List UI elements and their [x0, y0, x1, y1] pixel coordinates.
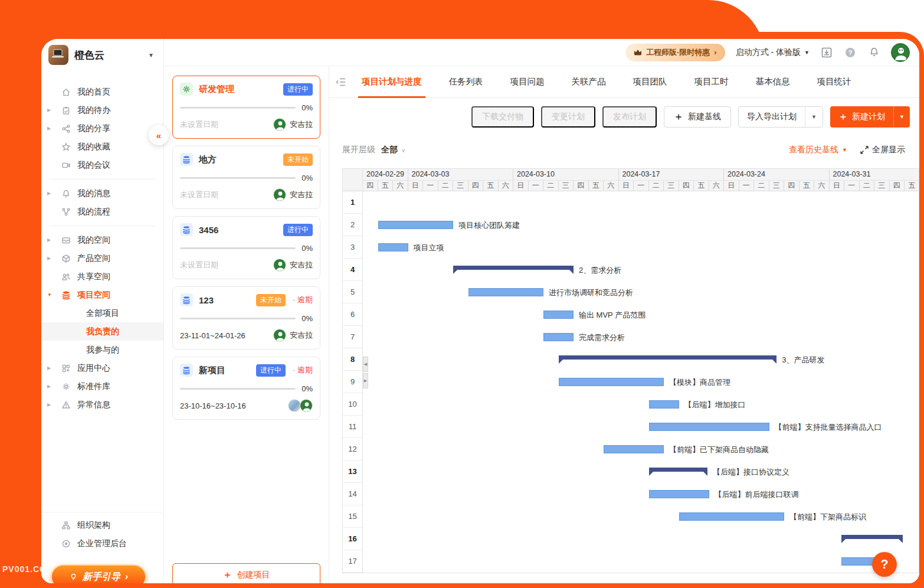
gantt-task-bar[interactable] — [543, 311, 574, 319]
chevron-down-icon[interactable]: ▼ — [47, 292, 52, 298]
sidebar-item-4[interactable]: 我的会议 — [41, 156, 163, 174]
brand-logo — [48, 45, 68, 65]
chevron-right-icon[interactable]: ▶ — [47, 191, 51, 196]
progress-value: 0% — [302, 103, 313, 112]
gantt-task-bar[interactable] — [468, 288, 544, 296]
project-card-研发管理[interactable]: 研发管理 进行中 0% 未设置日期 安吉拉 — [172, 76, 320, 139]
toolbar-button-下载交付物[interactable]: 下载交付物 — [471, 106, 534, 128]
tab-任务列表[interactable]: 任务列表 — [448, 66, 484, 98]
gantt-row-number-column: 1234567891011121314151617 — [343, 169, 363, 573]
splitter-right-arrow[interactable]: ▶ — [363, 373, 368, 388]
launch-mode-dropdown[interactable]: 启动方式 - 体验版▼ — [736, 47, 810, 58]
gantt-day-header: 六 — [499, 181, 514, 191]
tab-基本信息[interactable]: 基本信息 — [755, 66, 791, 98]
tab-关联产品[interactable]: 关联产品 — [571, 66, 607, 98]
create-project-button[interactable]: ＋ 创建项目 — [172, 563, 320, 583]
sidebar-item-17[interactable]: ▶标准件库 — [41, 377, 163, 396]
gantt-task-bar[interactable] — [604, 445, 664, 453]
sidebar-item-10[interactable]: ▶产品空间 — [41, 249, 163, 267]
project-card-3456[interactable]: 3456 进行中 0% 未设置日期 安吉拉 — [172, 216, 320, 279]
gantt-task-bar[interactable] — [378, 221, 454, 229]
chevron-down-icon[interactable]: ▼ — [805, 107, 823, 127]
gantt-row-number: 10 — [343, 393, 362, 416]
gantt-row: 【后端】前后端接口联调 — [363, 483, 919, 505]
gantt-task-bar[interactable] — [559, 378, 664, 386]
gantt-bar-label: 【模块】商品管理 — [669, 377, 730, 388]
sidebar-footer-item-1[interactable]: 企业管理后台 — [41, 534, 163, 553]
user-avatar[interactable] — [891, 43, 910, 62]
notification-bell-icon[interactable] — [867, 46, 880, 59]
sidebar-item-label: 我的首页 — [77, 87, 110, 97]
promo-badge[interactable]: 工程师版·限时特惠› — [625, 44, 725, 61]
gantt-summary-bar[interactable] — [453, 266, 574, 270]
chevron-right-icon[interactable]: ▶ — [47, 126, 51, 131]
gantt-day-header: 三 — [874, 181, 890, 191]
tab-项目问题[interactable]: 项目问题 — [509, 66, 546, 98]
chevron-right-icon[interactable]: ▶ — [47, 107, 51, 113]
chevron-right-icon[interactable]: ▶ — [47, 402, 51, 407]
help-icon[interactable]: ? — [844, 46, 857, 59]
sidebar-item-9[interactable]: ▶我的空间 — [41, 231, 163, 249]
gantt-task-bar[interactable] — [378, 243, 408, 251]
sidebar-item-1[interactable]: ▶我的待办 — [41, 101, 163, 119]
sidebar-item-16[interactable]: ▶应用中心 — [41, 359, 163, 377]
brand-row[interactable]: 橙色云 ▼ — [41, 39, 163, 70]
gantt-summary-bar[interactable] — [649, 468, 707, 472]
collapse-panel-icon[interactable] — [335, 76, 347, 88]
fullscreen-button[interactable]: 全屏显示 — [860, 145, 905, 155]
sidebar-item-11[interactable]: 共享空间 — [41, 267, 163, 286]
chevron-down-icon[interactable]: ▼ — [893, 106, 910, 128]
splitter-left-arrow[interactable]: ◀ — [363, 357, 368, 372]
gantt-task-bar[interactable] — [543, 333, 574, 341]
sidebar-item-13[interactable]: 全部项目 — [41, 304, 163, 322]
gantt-task-bar[interactable] — [679, 512, 785, 521]
tab-项目统计[interactable]: 项目统计 — [816, 66, 853, 98]
sidebar-collapse-button[interactable]: « — [149, 125, 169, 145]
project-card-123[interactable]: 123 未开始 · 逾期 0% 23-11-01~24-01-26 安吉拉 — [172, 286, 320, 349]
toolbar-button-发布计划[interactable]: 发布计划 — [602, 106, 657, 128]
sidebar-item-0[interactable]: 我的首页 — [41, 83, 163, 101]
sidebar-item-3[interactable]: 我的收藏 — [41, 138, 163, 156]
gantt-row-number: 15 — [343, 505, 362, 528]
member-avatar — [288, 399, 301, 412]
gantt-summary-bar[interactable] — [559, 355, 777, 360]
guide-button[interactable]: 新手引导 › — [51, 564, 146, 583]
view-history-baseline-link[interactable]: 查看历史基线▼ — [789, 145, 847, 155]
tab-项目团队[interactable]: 项目团队 — [632, 66, 669, 98]
sidebar-footer-item-0[interactable]: 组织架构 — [41, 516, 163, 534]
gantt-task-bar[interactable] — [649, 490, 709, 498]
tab-项目计划与进度[interactable]: 项目计划与进度 — [361, 66, 423, 98]
toolbar-button-变更计划[interactable]: 变更计划 — [541, 106, 595, 128]
sidebar-item-12[interactable]: ▼项目空间 — [41, 286, 163, 304]
sidebar-item-18[interactable]: ▶异常信息 — [41, 396, 163, 414]
gantt-week-header: 2024-03-31 — [830, 169, 920, 181]
download-icon[interactable] — [820, 46, 833, 59]
chevron-right-icon[interactable]: ▶ — [47, 384, 51, 389]
project-card-新项目[interactable]: 新项目 进行中 · 逾期 0% 23-10-16~23-10-16 — [172, 357, 320, 420]
new-baseline-button[interactable]: ＋ 新建基线 — [664, 106, 731, 128]
sidebar-item-6[interactable]: ▶我的消息 — [41, 184, 163, 202]
chevron-right-icon[interactable]: ▶ — [47, 237, 51, 243]
flow-icon — [61, 207, 71, 217]
chevron-right-icon[interactable]: ▶ — [47, 365, 51, 371]
new-plan-main[interactable]: ＋ 新建计划 — [830, 106, 893, 128]
sidebar-item-2[interactable]: ▶我的分享 — [41, 119, 163, 138]
gantt-day-header: 一 — [529, 181, 544, 191]
brand-caret-icon[interactable]: ▼ — [148, 52, 156, 58]
sidebar-item-15[interactable]: 我参与的 — [41, 341, 163, 359]
import-export-label[interactable]: 导入导出计划 — [739, 107, 805, 127]
sidebar-item-14[interactable]: 我负责的 — [41, 322, 163, 341]
help-fab-button[interactable]: ? — [872, 552, 897, 577]
gantt-summary-bar[interactable] — [841, 535, 903, 539]
gantt-task-bar[interactable] — [649, 423, 769, 431]
tab-项目工时[interactable]: 项目工时 — [693, 66, 730, 98]
chevron-right-icon[interactable]: ▶ — [47, 256, 51, 261]
expand-level-value[interactable]: 全部 — [381, 145, 398, 155]
gantt-row-number: 7 — [343, 326, 362, 348]
gantt-task-bar[interactable] — [649, 400, 679, 409]
project-dates: 未设置日期 — [180, 119, 273, 130]
member-avatar — [273, 329, 286, 342]
sidebar-item-7[interactable]: 我的流程 — [41, 202, 163, 221]
plus-icon: ＋ — [223, 570, 232, 580]
project-card-地方[interactable]: 地方 未开始 0% 未设置日期 安吉拉 — [172, 146, 320, 209]
